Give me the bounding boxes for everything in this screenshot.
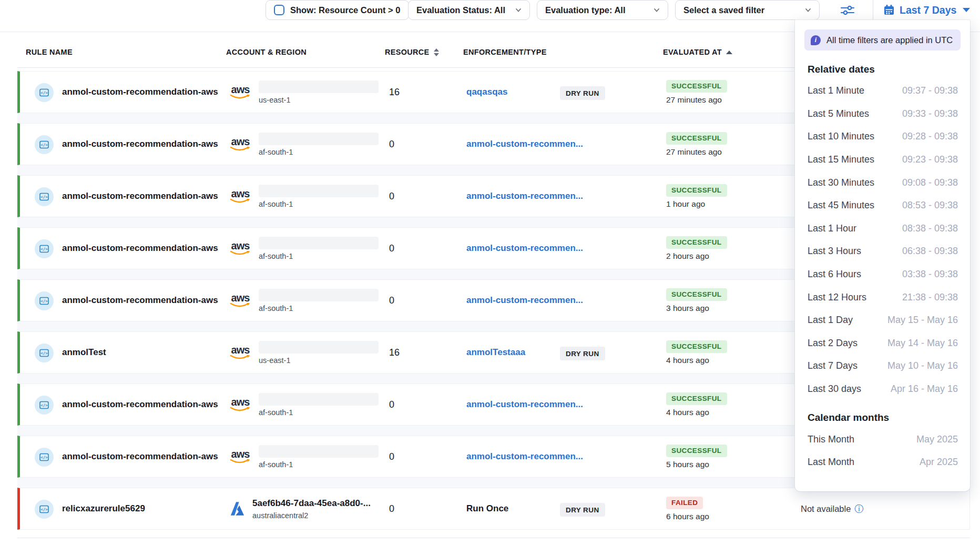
resource-count: 0 bbox=[389, 436, 394, 477]
rule-code-icon: </> bbox=[35, 500, 54, 519]
date-range-option[interactable]: Last 10 Minutes 09:28 - 09:38 bbox=[804, 125, 961, 148]
info-bubble-icon: i bbox=[811, 35, 821, 45]
status-cell: SUCCESSFUL 4 hours ago bbox=[666, 384, 727, 425]
region-label: australiacentral2 bbox=[252, 511, 371, 520]
relative-dates-list: Last 1 Minute 09:37 - 09:38 Last 5 Minut… bbox=[804, 79, 961, 400]
option-range: May 2025 bbox=[916, 434, 958, 445]
date-range-option[interactable]: Last 5 Minutes 09:33 - 09:38 bbox=[804, 103, 961, 126]
enforcement-link[interactable]: anmolTestaaa bbox=[466, 332, 525, 373]
calendar-months-list: This Month May 2025 Last Month Apr 2025 bbox=[804, 428, 961, 473]
evaluation-status-select[interactable]: Evaluation Status: All bbox=[408, 0, 530, 20]
dry-run-badge: DRY RUN bbox=[560, 86, 605, 100]
account-id: 5aef6b46-7daa-45ea-a8d0-... bbox=[252, 498, 371, 509]
info-circle-icon[interactable]: ⓘ bbox=[854, 503, 863, 515]
rule-name: anmol-custom-recommendation-aws bbox=[62, 176, 218, 217]
date-range-option[interactable]: Last 6 Hours 03:38 - 09:38 bbox=[804, 263, 961, 286]
resource-count: 0 bbox=[389, 488, 394, 529]
evaluated-time: 4 hours ago bbox=[666, 356, 709, 365]
date-range-button[interactable]: Last 7 Days bbox=[883, 0, 970, 20]
aws-logo-icon: aws bbox=[229, 137, 252, 152]
chevron-down-icon bbox=[805, 7, 811, 13]
status-badge: SUCCESSFUL bbox=[666, 184, 727, 197]
enforcement-link[interactable]: anmol-custom-recommen... bbox=[466, 228, 583, 269]
option-range: 09:23 - 09:38 bbox=[902, 154, 958, 165]
enforcement-link[interactable]: anmol-custom-recommen... bbox=[466, 280, 583, 321]
date-range-option[interactable]: Last 45 Minutes 08:53 - 09:38 bbox=[804, 194, 961, 217]
date-range-option[interactable]: Last 12 Hours 21:38 - 09:38 bbox=[804, 286, 961, 309]
option-range: 03:38 - 09:38 bbox=[902, 269, 958, 280]
date-range-option[interactable]: Last 15 Minutes 09:23 - 09:38 bbox=[804, 148, 961, 171]
option-label: Last 1 Minute bbox=[808, 85, 864, 96]
chevron-down-icon bbox=[515, 7, 522, 13]
date-range-option[interactable]: Last 30 days Apr 16 - May 16 bbox=[804, 378, 961, 401]
relative-dates-heading: Relative dates bbox=[808, 64, 961, 75]
status-badge: FAILED bbox=[666, 497, 703, 509]
utc-notice-text: All time filters are applied in UTC bbox=[826, 35, 953, 45]
header-resource-sort[interactable]: RESOURCE bbox=[385, 48, 439, 56]
option-range: 08:53 - 09:38 bbox=[902, 200, 958, 211]
date-range-option[interactable]: Last 30 Minutes 09:08 - 09:38 bbox=[804, 171, 961, 194]
date-range-option[interactable]: Last 1 Minute 09:37 - 09:38 bbox=[804, 79, 961, 103]
enforcement-link[interactable]: Run Once bbox=[466, 488, 508, 529]
option-range: 09:33 - 09:38 bbox=[902, 108, 958, 119]
status-cell: SUCCESSFUL 27 minutes ago bbox=[666, 72, 727, 113]
calendar-months-heading: Calendar months bbox=[808, 412, 961, 423]
saved-filter-select[interactable]: Select a saved filter bbox=[675, 0, 820, 20]
azure-logo-icon bbox=[229, 501, 246, 517]
option-label: Last 1 Hour bbox=[808, 223, 856, 234]
date-range-option[interactable]: Last 3 Hours 06:38 - 09:38 bbox=[804, 240, 961, 263]
account-region-cell: aws af-south-1 bbox=[229, 124, 379, 165]
date-range-option[interactable]: Last 2 Days May 14 - May 16 bbox=[804, 332, 961, 355]
svg-text:</>: </> bbox=[40, 195, 48, 199]
date-range-option[interactable]: Last 1 Hour 08:38 - 09:38 bbox=[804, 217, 961, 240]
region-label: af-south-1 bbox=[259, 200, 379, 208]
enforcement-link[interactable]: qaqasqas bbox=[466, 72, 507, 113]
rule-code-icon: </> bbox=[35, 187, 54, 206]
option-range: 06:38 - 09:38 bbox=[902, 246, 958, 257]
calendar-icon bbox=[883, 4, 895, 16]
date-range-option[interactable]: Last 1 Day May 15 - May 16 bbox=[804, 309, 961, 332]
option-label: Last 1 Day bbox=[808, 315, 853, 326]
rule-code-icon: </> bbox=[35, 239, 54, 258]
option-range: Apr 2025 bbox=[920, 457, 958, 468]
region-label: us-east-1 bbox=[259, 96, 379, 104]
option-range: May 14 - May 16 bbox=[887, 338, 958, 349]
header-enforcement-type: ENFORCEMENT/TYPE bbox=[463, 48, 547, 56]
option-range: 08:38 - 09:38 bbox=[902, 223, 958, 234]
account-region-cell: aws af-south-1 bbox=[229, 228, 379, 269]
sort-icon bbox=[434, 48, 439, 56]
rule-name: anmol-custom-recommendation-aws bbox=[62, 384, 218, 425]
enforcement-link[interactable]: anmol-custom-recommen... bbox=[466, 384, 583, 425]
option-label: Last 5 Minutes bbox=[808, 108, 869, 119]
region-label: af-south-1 bbox=[259, 304, 379, 312]
aws-logo-icon: aws bbox=[229, 345, 252, 360]
aws-logo-icon: aws bbox=[229, 293, 252, 308]
evaluated-time: 3 hours ago bbox=[666, 304, 709, 313]
svg-text:</>: </> bbox=[40, 403, 48, 408]
sort-asc-icon bbox=[726, 51, 732, 54]
option-label: Last 30 Minutes bbox=[808, 177, 874, 188]
option-label: Last 2 Days bbox=[808, 338, 858, 349]
show-resource-count-label: Show: Resource Count > 0 bbox=[290, 5, 401, 15]
option-range: 21:38 - 09:38 bbox=[902, 292, 958, 303]
enforcement-link[interactable]: anmol-custom-recommen... bbox=[466, 124, 583, 165]
table-row[interactable]: </> relicxazurerule5629 5aef6b46-7daa-45… bbox=[17, 488, 970, 530]
checkbox-unchecked-icon[interactable] bbox=[274, 5, 284, 15]
show-resource-count-toggle[interactable]: Show: Resource Count > 0 bbox=[266, 0, 409, 20]
account-id-redacted bbox=[259, 341, 379, 354]
status-badge: SUCCESSFUL bbox=[666, 392, 727, 405]
enforcement-link[interactable]: anmol-custom-recommen... bbox=[466, 436, 583, 477]
evaluations-page: Show: Resource Count > 0 Evaluation Stat… bbox=[0, 0, 980, 545]
status-cell: SUCCESSFUL 3 hours ago bbox=[666, 280, 727, 321]
region-label: af-south-1 bbox=[259, 252, 379, 260]
evaluated-time: 5 hours ago bbox=[666, 460, 709, 469]
date-range-option[interactable]: Last 7 Days May 10 - May 16 bbox=[804, 355, 961, 378]
enforcement-link[interactable]: anmol-custom-recommen... bbox=[466, 176, 583, 217]
filter-settings-button[interactable] bbox=[837, 1, 858, 19]
date-range-option[interactable]: This Month May 2025 bbox=[804, 428, 961, 451]
header-evaluated-at-sort[interactable]: EVALUATED AT bbox=[663, 48, 732, 56]
date-range-option[interactable]: Last Month Apr 2025 bbox=[804, 451, 961, 474]
rule-code-icon: </> bbox=[35, 448, 54, 467]
account-region-cell: aws af-south-1 bbox=[229, 436, 379, 477]
evaluation-type-select[interactable]: Evaluation type: All bbox=[537, 0, 668, 20]
